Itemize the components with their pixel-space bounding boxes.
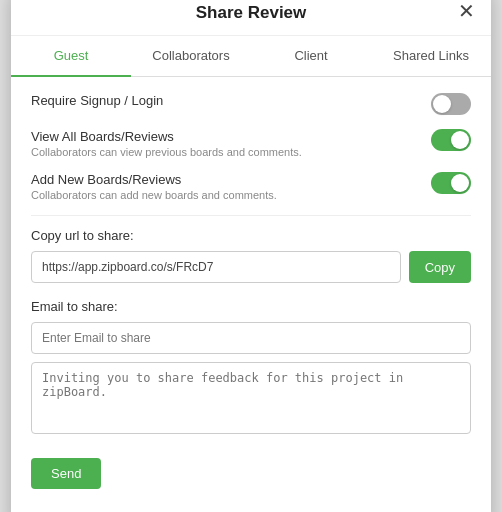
setting-view-boards: View All Boards/Reviews Collaborators ca… (31, 129, 471, 158)
email-label: Email to share: (31, 299, 471, 314)
tab-shared-links[interactable]: Shared Links (371, 36, 491, 77)
toggle-slider-require-signup[interactable] (431, 93, 471, 115)
view-boards-toggle[interactable] (431, 129, 471, 151)
send-button[interactable]: Send (31, 458, 101, 489)
modal-title: Share Review (196, 3, 307, 23)
tab-guest[interactable]: Guest (11, 36, 131, 77)
require-signup-toggle[interactable] (431, 93, 471, 115)
add-boards-toggle[interactable] (431, 172, 471, 194)
require-signup-label: Require Signup / Login (31, 93, 419, 108)
add-boards-desc: Collaborators can add new boards and com… (31, 189, 419, 201)
setting-require-signup: Require Signup / Login (31, 93, 471, 115)
message-textarea[interactable] (31, 362, 471, 434)
section-divider (31, 215, 471, 216)
setting-add-boards: Add New Boards/Reviews Collaborators can… (31, 172, 471, 201)
tab-collaborators[interactable]: Collaborators (131, 36, 251, 77)
copy-url-row: Copy (31, 251, 471, 283)
url-input[interactable] (31, 251, 401, 283)
modal-header: Share Review ✕ (11, 0, 491, 36)
tab-client[interactable]: Client (251, 36, 371, 77)
tab-bar: Guest Collaborators Client Shared Links (11, 36, 491, 77)
copy-url-label: Copy url to share: (31, 228, 471, 243)
email-section: Email to share: (31, 299, 471, 438)
view-boards-label: View All Boards/Reviews (31, 129, 419, 144)
tab-content: Require Signup / Login View All Boards/R… (11, 77, 491, 505)
email-input[interactable] (31, 322, 471, 354)
add-boards-label: Add New Boards/Reviews (31, 172, 419, 187)
close-button[interactable]: ✕ (458, 1, 475, 21)
toggle-slider-view-boards[interactable] (431, 129, 471, 151)
toggle-slider-add-boards[interactable] (431, 172, 471, 194)
copy-button[interactable]: Copy (409, 251, 471, 283)
view-boards-desc: Collaborators can view previous boards a… (31, 146, 419, 158)
share-review-modal: Share Review ✕ Guest Collaborators Clien… (11, 0, 491, 512)
